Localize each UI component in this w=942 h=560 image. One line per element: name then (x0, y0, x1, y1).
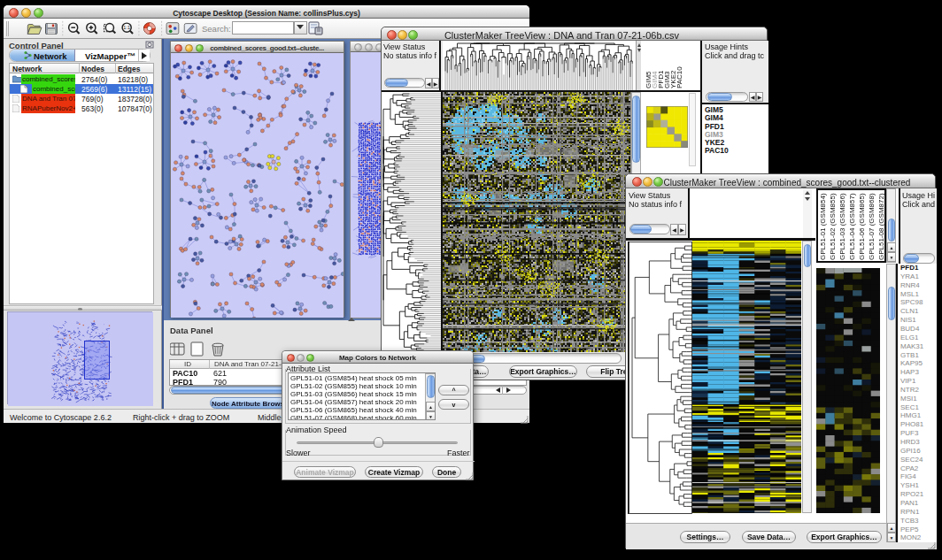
svg-text:1:1: 1:1 (123, 25, 130, 30)
